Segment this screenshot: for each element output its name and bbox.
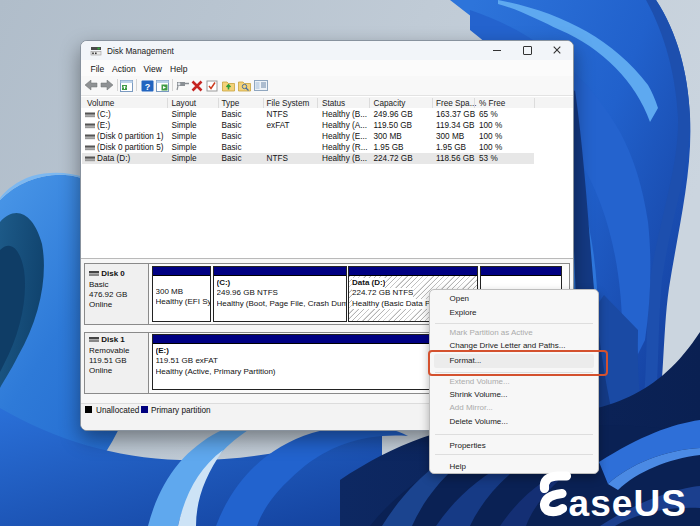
svg-text:aseUS: aseUS <box>569 483 688 522</box>
svg-text:?: ? <box>145 81 151 91</box>
